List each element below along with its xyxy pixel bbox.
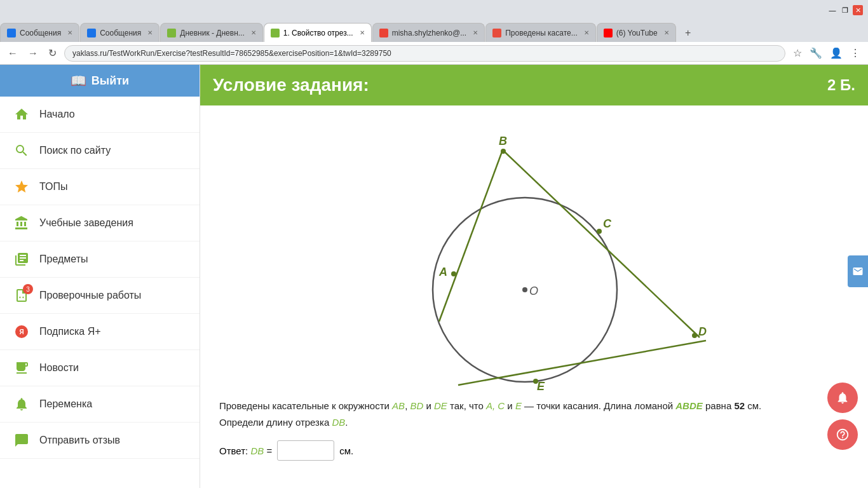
- tab-label-5: misha.shylzhenko@...: [392, 29, 467, 37]
- feedback-icon: [13, 431, 31, 449]
- sidebar-item-label-home: Начало: [39, 109, 75, 120]
- logout-button[interactable]: 📖 Выйти: [71, 73, 129, 88]
- task-content: O B: [200, 105, 868, 473]
- extensions-icon[interactable]: 🔧: [807, 44, 825, 62]
- sidebar-menu: Начало Поиск по сайту ТОПы: [0, 97, 200, 488]
- bookmark-icon[interactable]: ☆: [790, 44, 804, 62]
- sidebar: 📖 Выйти Начало Поиск по сайту: [0, 65, 200, 488]
- sidebar-item-label-tests: Проверочные работы: [39, 290, 141, 301]
- content-area: Условие задания: 2 Б. O: [200, 65, 868, 488]
- tab-label-2: Сообщения: [100, 29, 141, 37]
- point-e: E: [515, 400, 522, 411]
- problem-text-4: равна: [703, 400, 735, 411]
- maximize-button[interactable]: ❐: [840, 5, 850, 15]
- segment-db: DB: [332, 417, 345, 428]
- problem-text-6: .: [345, 417, 348, 428]
- svg-point-10: [451, 271, 456, 276]
- tab-close-4[interactable]: ✕: [360, 29, 365, 36]
- svg-point-12: [597, 229, 602, 234]
- problem-text-2: так, что: [447, 400, 486, 411]
- svg-point-8: [501, 149, 506, 154]
- answer-row: Ответ: DB = см.: [219, 440, 849, 461]
- account-icon[interactable]: 👤: [827, 44, 845, 62]
- menu-icon[interactable]: ⋮: [848, 44, 863, 62]
- sidebar-item-label-feedback: Отправить отзыв: [39, 435, 120, 446]
- polyline-abde: ABDE: [675, 400, 703, 411]
- logout-label: Выйти: [92, 74, 129, 88]
- tab-favicon-3: [167, 29, 176, 37]
- svg-text:C: C: [603, 217, 612, 230]
- sidebar-item-label-schools: Учебные заведения: [39, 217, 133, 229]
- notification-button[interactable]: [827, 383, 858, 413]
- svg-text:B: B: [499, 135, 507, 147]
- tab-close-1[interactable]: ✕: [67, 29, 72, 36]
- sidebar-item-subscription[interactable]: Я Подписка Я+: [0, 314, 200, 350]
- tab-exercise[interactable]: 1. Свойство отрез... ✕: [264, 23, 372, 42]
- sidebar-header[interactable]: 📖 Выйти: [0, 65, 200, 97]
- tab-tangent[interactable]: Проведены касате... ✕: [485, 23, 596, 42]
- sidebar-item-feedback[interactable]: Отправить отзыв: [0, 423, 200, 459]
- address-bar: ← → ↻ ☆ 🔧 👤 ⋮: [0, 42, 868, 65]
- test-icon: 3: [13, 287, 31, 304]
- svg-line-7: [458, 341, 706, 385]
- sidebar-item-label-subjects: Предметы: [39, 254, 88, 265]
- address-bar-icons: ☆ 🔧 👤 ⋮: [790, 44, 863, 62]
- tab-favicon-2: [87, 29, 96, 37]
- back-button[interactable]: ←: [5, 45, 20, 62]
- tab-close-6[interactable]: ✕: [584, 29, 589, 36]
- sidebar-item-label-subscription: Подписка Я+: [39, 326, 101, 337]
- problem-text-3: — точки касания. Длина ломаной: [522, 400, 675, 411]
- tab-favicon-5: [379, 29, 388, 37]
- svg-text:O: O: [529, 285, 538, 297]
- value-52: 52: [734, 400, 745, 411]
- search-icon: [13, 142, 31, 159]
- bank-icon: [13, 214, 31, 232]
- svg-line-5: [439, 150, 503, 322]
- reload-button[interactable]: ↻: [46, 44, 59, 62]
- star-icon: [13, 178, 31, 196]
- sidebar-item-subjects[interactable]: Предметы: [0, 241, 200, 278]
- minimize-button[interactable]: —: [827, 5, 837, 15]
- task-header: Условие задания: 2 Б.: [200, 65, 868, 105]
- tab-close-5[interactable]: ✕: [473, 29, 478, 36]
- tab-gmail[interactable]: misha.shylzhenko@... ✕: [372, 23, 485, 42]
- tab-label-7: (6) YouTube: [616, 29, 658, 37]
- problem-text-5: Определи длину отрезка: [219, 417, 332, 428]
- tab-messages-1[interactable]: Сообщения ✕: [0, 23, 79, 42]
- mail-side-button[interactable]: [848, 255, 868, 287]
- tab-close-7[interactable]: ✕: [664, 29, 669, 36]
- tangent-ab: AB: [392, 400, 405, 411]
- problem-text-1: Проведены касательные к окружности: [219, 400, 392, 411]
- sidebar-item-home[interactable]: Начало: [0, 97, 200, 133]
- tab-favicon-7: [604, 29, 613, 37]
- cm1: см.: [745, 400, 761, 411]
- sidebar-item-tops[interactable]: ТОПы: [0, 169, 200, 205]
- forward-button[interactable]: →: [25, 45, 41, 62]
- sidebar-item-news[interactable]: Новости: [0, 350, 200, 386]
- help-button[interactable]: [827, 419, 858, 450]
- sidebar-item-label-tops: ТОПы: [39, 181, 68, 193]
- points-ace: A, C: [486, 400, 505, 411]
- svg-text:D: D: [698, 325, 707, 338]
- close-button[interactable]: ✕: [853, 5, 863, 15]
- tab-youtube[interactable]: (6) YouTube ✕: [597, 23, 676, 42]
- svg-text:Я: Я: [19, 329, 24, 336]
- url-input[interactable]: [64, 45, 785, 62]
- answer-input[interactable]: [277, 440, 334, 461]
- tab-label-6: Проведены касате...: [505, 29, 578, 37]
- new-tab-button[interactable]: +: [679, 24, 697, 42]
- tab-close-2[interactable]: ✕: [147, 29, 153, 36]
- sidebar-item-schools[interactable]: Учебные заведения: [0, 205, 200, 241]
- task-points: 2 Б.: [827, 76, 855, 94]
- tab-messages-2[interactable]: Сообщения ✕: [80, 23, 159, 42]
- tab-favicon-4: [271, 29, 280, 37]
- sidebar-item-search[interactable]: Поиск по сайту: [0, 133, 200, 169]
- tab-close-3[interactable]: ✕: [251, 29, 256, 36]
- svg-text:E: E: [537, 380, 545, 391]
- sidebar-item-tests[interactable]: 3 Проверочные работы: [0, 278, 200, 314]
- tab-diary[interactable]: Дневник - Дневн... ✕: [160, 23, 262, 42]
- sidebar-item-break[interactable]: Переменка: [0, 386, 200, 423]
- task-title: Условие задания:: [213, 75, 369, 95]
- main-layout: 📖 Выйти Начало Поиск по сайту: [0, 65, 868, 488]
- sidebar-item-label-search: Поиск по сайту: [39, 145, 111, 156]
